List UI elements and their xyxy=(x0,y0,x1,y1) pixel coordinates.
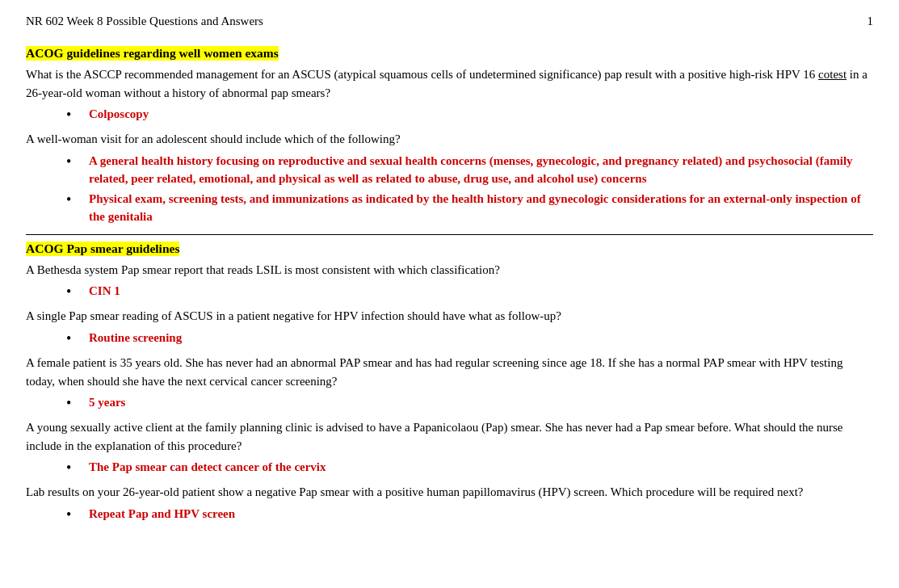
question-1: What is the ASCCP recommended management… xyxy=(26,65,873,102)
answer-routine-screening: Routine screening xyxy=(89,329,182,347)
bullet-icon-8: • xyxy=(66,505,81,525)
question-5: A female patient is 35 years old. She ha… xyxy=(26,354,873,390)
section-acog-well-women: ACOG guidelines regarding well women exa… xyxy=(26,46,873,226)
question-3: A Bethesda system Pap smear report that … xyxy=(26,261,873,279)
bullet-icon-6: • xyxy=(66,393,81,414)
question-7: Lab results on your 26-year-old patient … xyxy=(26,483,873,502)
question-6: A young sexually active client at the fa… xyxy=(26,418,873,455)
page-container: NR 602 Week 8 Possible Questions and Ans… xyxy=(0,0,899,548)
answer-list-3: • CIN 1 xyxy=(26,282,873,302)
bullet-icon: • xyxy=(66,105,81,125)
answer-item-health-history: • A general health history focusing on r… xyxy=(26,152,873,188)
answer-pap-detect-cancer: The Pap smear can detect cancer of the c… xyxy=(89,458,326,477)
answer-list-2: • A general health history focusing on r… xyxy=(26,152,873,226)
bullet-icon-5: • xyxy=(66,329,81,349)
answer-list-6: • The Pap smear can detect cancer of the… xyxy=(26,458,873,478)
answer-list-1: • Colposcopy xyxy=(26,105,873,125)
answer-list-4: • Routine screening xyxy=(26,329,873,349)
bullet-icon-7: • xyxy=(66,458,81,478)
page-title: NR 602 Week 8 Possible Questions and Ans… xyxy=(26,15,263,28)
answer-item-pap-detect-cancer: • The Pap smear can detect cancer of the… xyxy=(26,458,873,478)
answer-health-history: A general health history focusing on rep… xyxy=(89,152,873,188)
answer-item-routine-screening: • Routine screening xyxy=(26,329,873,349)
bullet-icon-2: • xyxy=(66,152,81,172)
bullet-icon-3: • xyxy=(66,190,81,210)
answer-list-5: • 5 years xyxy=(26,393,873,414)
page-number: 1 xyxy=(867,15,874,28)
underline-cotest: cotest xyxy=(818,68,846,81)
answer-physical-exam: Physical exam, screening tests, and immu… xyxy=(89,190,873,226)
answer-colposcopy: Colposcopy xyxy=(89,105,149,124)
answer-list-7: • Repeat Pap and HPV screen xyxy=(26,505,873,525)
answer-cin1: CIN 1 xyxy=(89,282,120,300)
page-header: NR 602 Week 8 Possible Questions and Ans… xyxy=(26,15,873,28)
answer-item-repeat-pap: • Repeat Pap and HPV screen xyxy=(26,505,873,525)
answer-item-cin1: • CIN 1 xyxy=(26,282,873,302)
section-divider xyxy=(26,234,873,235)
answer-item-5years: • 5 years xyxy=(26,393,873,414)
answer-5years: 5 years xyxy=(89,393,125,412)
section2-heading: ACOG Pap smear guidelines xyxy=(26,242,179,256)
section1-heading: ACOG guidelines regarding well women exa… xyxy=(26,46,279,61)
section-acog-pap-smear: ACOG Pap smear guidelines A Bethesda sys… xyxy=(26,242,873,525)
answer-item-physical-exam: • Physical exam, screening tests, and im… xyxy=(26,190,873,226)
question-2: A well-woman visit for an adolescent sho… xyxy=(26,130,873,149)
answer-repeat-pap: Repeat Pap and HPV screen xyxy=(89,505,235,523)
answer-item-colposcopy: • Colposcopy xyxy=(26,105,873,125)
bullet-icon-4: • xyxy=(66,282,81,302)
question-4: A single Pap smear reading of ASCUS in a… xyxy=(26,307,873,326)
